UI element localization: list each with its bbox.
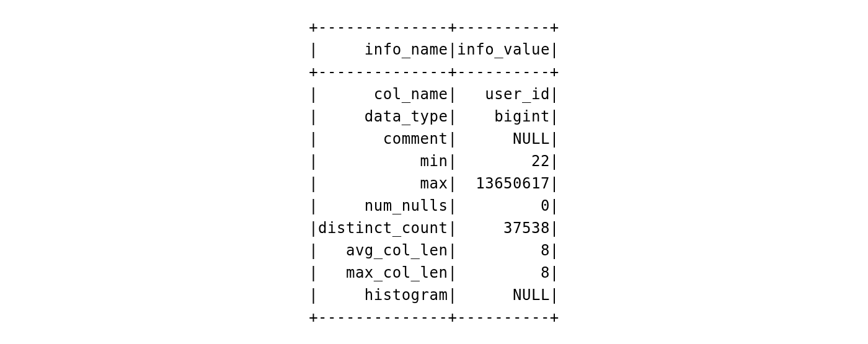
ascii-table-output: +--------------+----------+ | info_name|… [309,16,559,329]
